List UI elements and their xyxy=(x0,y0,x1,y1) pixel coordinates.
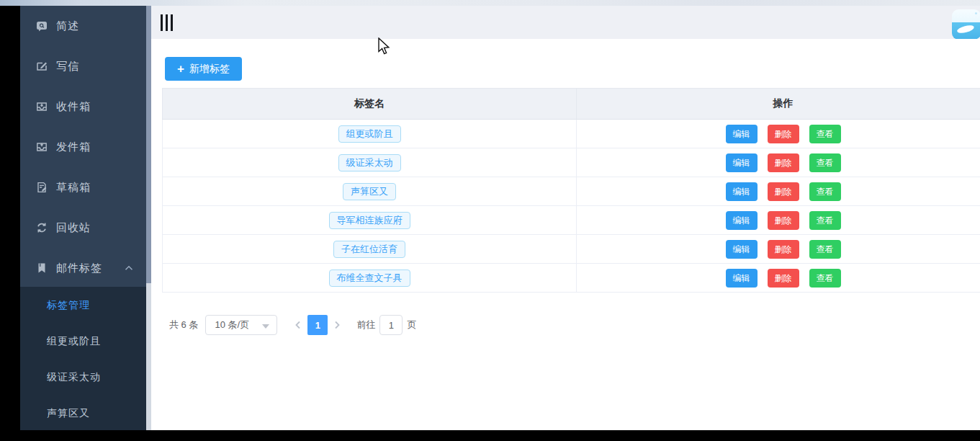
actions-cell: 编辑删除查看 xyxy=(577,235,980,264)
inbox-icon xyxy=(36,101,48,112)
tag-badge: 组更或阶且 xyxy=(338,125,401,143)
actions-cell: 编辑删除查看 xyxy=(577,206,980,235)
edit-button[interactable]: 编辑 xyxy=(726,211,758,230)
sidebar-item-label: 写信 xyxy=(56,60,79,74)
goto-page-input[interactable] xyxy=(379,315,403,335)
sidebar-item-outbox[interactable]: 发件箱 xyxy=(20,127,146,167)
plus-icon: + xyxy=(177,63,184,75)
pagination: 共 6 条 10 条/页 1 前往 页 xyxy=(169,315,416,335)
table-row: 导军相连族应府编辑删除查看 xyxy=(163,206,980,235)
outbox-icon xyxy=(36,141,48,153)
column-header: 操作 xyxy=(577,89,980,120)
view-button[interactable]: 查看 xyxy=(809,153,841,172)
avatar-graphic xyxy=(956,24,974,35)
page-size-value: 10 条/页 xyxy=(215,318,249,331)
goto-label: 前往 xyxy=(356,318,375,331)
sidebar-subitem-tag-3[interactable]: 声算区又 xyxy=(20,395,146,431)
delete-button[interactable]: 删除 xyxy=(768,240,799,259)
sidebar-item-label: 邮件标签 xyxy=(56,262,102,275)
tag-badge: 导军相连族应府 xyxy=(329,212,410,229)
edit-button[interactable]: 编辑 xyxy=(726,182,758,201)
delete-button[interactable]: 删除 xyxy=(768,153,799,172)
column-header: 标签名 xyxy=(163,89,577,120)
table-row: 级证采太动编辑删除查看 xyxy=(163,148,980,177)
add-tag-label: 新增标签 xyxy=(189,63,230,76)
sidebar-subitem-tag-2[interactable]: 级证采太动 xyxy=(20,359,146,395)
view-button[interactable]: 查看 xyxy=(809,125,841,143)
compose-icon xyxy=(36,61,48,72)
sidebar-item-trash[interactable]: 回收站 xyxy=(20,208,146,248)
delete-button[interactable]: 删除 xyxy=(768,211,799,230)
tag-name-cell: 组更或阶且 xyxy=(163,120,577,148)
sidebar-item-compose[interactable]: 写信 xyxy=(20,46,146,86)
edit-button[interactable]: 编辑 xyxy=(726,240,758,259)
caret-down-icon xyxy=(262,324,269,329)
left-black-border xyxy=(0,6,20,430)
sidebar-item-label: 草稿箱 xyxy=(56,181,91,195)
content-area: + 新增标签 标签名操作 组更或阶且编辑删除查看级证采太动编辑删除查看声算区又编… xyxy=(151,39,980,430)
tag-badge: 布维全查文子具 xyxy=(329,270,410,287)
next-page-button[interactable] xyxy=(328,315,346,335)
sidebar-item-label: 简述 xyxy=(56,19,79,33)
delete-button[interactable]: 删除 xyxy=(768,125,799,143)
tag-badge: 声算区又 xyxy=(343,183,396,200)
tag-name-cell: 布维全查文子具 xyxy=(163,264,577,293)
page-unit-label: 页 xyxy=(407,318,416,331)
top-navbar xyxy=(151,6,980,39)
tag-name-cell: 导军相连族应府 xyxy=(163,206,577,235)
prev-page-button[interactable] xyxy=(289,315,307,335)
app-window: 简述写信收件箱发件箱草稿箱回收站邮件标签 标签管理组更或阶且级证采太动声算区又 … xyxy=(0,0,980,441)
sidebar-scrollbar[interactable] xyxy=(146,6,151,430)
tag-name-cell: 子在红位活育 xyxy=(163,235,577,264)
sidebar: 简述写信收件箱发件箱草稿箱回收站邮件标签 标签管理组更或阶且级证采太动声算区又 xyxy=(20,6,146,430)
view-button[interactable]: 查看 xyxy=(809,182,841,201)
table-row: 组更或阶且编辑删除查看 xyxy=(163,120,980,148)
actions-cell: 编辑删除查看 xyxy=(577,148,980,177)
edit-button[interactable]: 编辑 xyxy=(726,269,758,288)
actions-cell: 编辑删除查看 xyxy=(577,177,980,206)
table-header-row: 标签名操作 xyxy=(163,89,980,120)
add-tag-button[interactable]: + 新增标签 xyxy=(165,57,242,81)
edit-button[interactable]: 编辑 xyxy=(726,125,758,143)
view-button[interactable]: 查看 xyxy=(809,240,841,259)
sidebar-menu: 简述写信收件箱发件箱草稿箱回收站邮件标签 xyxy=(20,6,146,288)
table-row: 布维全查文子具编辑删除查看 xyxy=(163,264,980,293)
view-button[interactable]: 查看 xyxy=(809,211,841,230)
sidebar-subitem-tag-1[interactable]: 组更或阶且 xyxy=(20,323,146,359)
arrow-left-icon xyxy=(294,321,302,329)
page-size-select[interactable]: 10 条/页 xyxy=(205,315,277,335)
delete-button[interactable]: 删除 xyxy=(768,182,799,201)
sidebar-item-inbox[interactable]: 收件箱 xyxy=(20,86,146,127)
edit-button[interactable]: 编辑 xyxy=(726,153,758,172)
tag-badge: 子在红位活育 xyxy=(333,241,405,258)
scrollbar-thumb[interactable] xyxy=(146,6,151,283)
sidebar-item-drafts[interactable]: 草稿箱 xyxy=(20,167,146,208)
view-button[interactable]: 查看 xyxy=(809,269,841,288)
table-row: 子在红位活育编辑删除查看 xyxy=(163,235,980,264)
arrow-right-icon xyxy=(333,321,341,329)
user-avatar[interactable] xyxy=(952,9,980,40)
total-count-label: 共 6 条 xyxy=(169,318,198,331)
sidebar-submenu: 标签管理组更或阶且级证采太动声算区又 xyxy=(20,287,146,430)
bottom-black-border xyxy=(0,430,980,441)
chat-bubble-icon xyxy=(36,20,48,32)
tag-name-cell: 声算区又 xyxy=(163,177,577,206)
recycle-icon xyxy=(36,222,48,233)
chevron-up-icon xyxy=(125,265,133,271)
delete-button[interactable]: 删除 xyxy=(768,269,799,288)
sidebar-item-label: 发件箱 xyxy=(56,141,91,154)
sidebar-item-label: 回收站 xyxy=(56,221,91,235)
page-number-button[interactable]: 1 xyxy=(307,315,328,335)
draft-icon xyxy=(36,182,48,193)
sidebar-item-label: 收件箱 xyxy=(56,100,91,114)
sidebar-subitem-tag-management[interactable]: 标签管理 xyxy=(20,287,146,323)
hamburger-icon[interactable] xyxy=(160,14,174,32)
sidebar-item-mail-tags[interactable]: 邮件标签 xyxy=(20,248,146,288)
actions-cell: 编辑删除查看 xyxy=(577,120,980,148)
table-row: 声算区又编辑删除查看 xyxy=(163,177,980,206)
tag-name-cell: 级证采太动 xyxy=(163,148,577,177)
window-top-strip xyxy=(0,0,980,6)
tags-table: 标签名操作 组更或阶且编辑删除查看级证采太动编辑删除查看声算区又编辑删除查看导军… xyxy=(162,88,980,293)
sidebar-item-overview[interactable]: 简述 xyxy=(20,6,146,46)
main-area: + 新增标签 标签名操作 组更或阶且编辑删除查看级证采太动编辑删除查看声算区又编… xyxy=(151,6,980,430)
